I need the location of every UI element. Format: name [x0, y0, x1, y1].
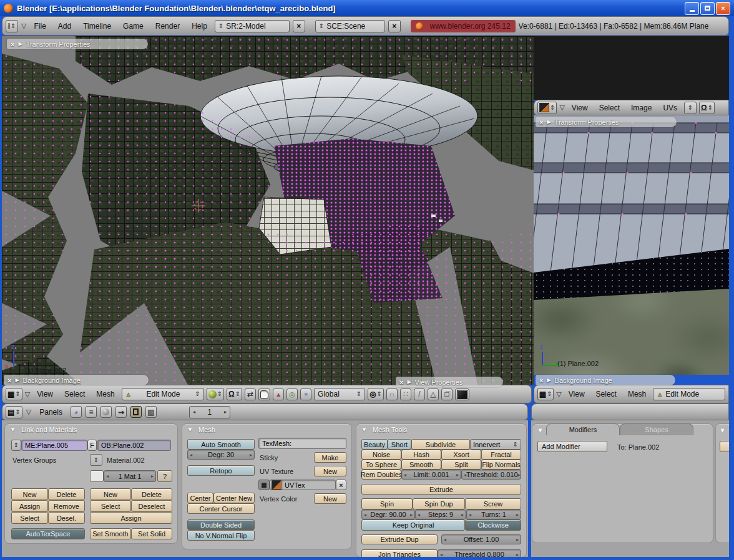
- proportional-edit-button[interactable]: ⇄: [245, 389, 256, 400]
- arrow-left-icon[interactable]: ◂: [404, 472, 406, 478]
- arrow-left-icon[interactable]: ◂: [364, 512, 366, 518]
- view-properties-panel-tab[interactable]: × ▶ View Properties: [396, 377, 503, 387]
- draw-mode-selector[interactable]: ⇕: [207, 388, 224, 400]
- expand-icon[interactable]: ▶: [547, 377, 550, 383]
- clockwise-toggle[interactable]: Clockwise: [465, 519, 521, 531]
- to-sphere-button[interactable]: To Sphere: [361, 460, 401, 470]
- view3d-menu-view[interactable]: View: [564, 390, 589, 398]
- spin-dup-button[interactable]: Spin Dup: [413, 498, 465, 509]
- close-icon[interactable]: ×: [539, 118, 543, 126]
- sticky-make-button[interactable]: Make: [314, 452, 346, 463]
- editor-type-button[interactable]: ▦ ⇕: [6, 388, 22, 400]
- arrow-right-icon[interactable]: ▸: [250, 452, 252, 458]
- close-icon[interactable]: ×: [7, 377, 11, 384]
- render-preview-button[interactable]: [455, 389, 469, 400]
- collapse-menu-icon[interactable]: ▽: [25, 390, 30, 398]
- beauty-toggle[interactable]: Beauty: [361, 439, 388, 450]
- screw-button[interactable]: Screw: [465, 498, 521, 509]
- editor-type-button[interactable]: ▦ ⇕: [537, 388, 554, 400]
- hash-button[interactable]: Hash: [401, 450, 441, 460]
- mesh-datablock-field[interactable]: ME:Plane.005: [21, 440, 87, 451]
- arrow-right-icon[interactable]: ▸: [516, 512, 519, 518]
- xsort-button[interactable]: Xsort: [441, 450, 481, 460]
- tab-modifiers[interactable]: Modifiers: [546, 423, 620, 435]
- spin-degrees-field[interactable]: ◂ Degr: 90.00 ▸: [361, 509, 415, 519]
- spin-steps-field[interactable]: ◂ Steps: 9 ▸: [415, 509, 466, 519]
- panel-title[interactable]: Mesh: [198, 426, 215, 433]
- uv-menu-view[interactable]: View: [567, 104, 592, 112]
- image-browse-button[interactable]: ⇕: [537, 102, 557, 114]
- split-button[interactable]: Split: [441, 460, 481, 470]
- texmesh-field[interactable]: TexMesh:: [258, 438, 346, 449]
- material-browse-button[interactable]: ⇕: [90, 454, 102, 466]
- arrow-left-icon[interactable]: ◂: [418, 512, 420, 518]
- short-toggle[interactable]: Short: [388, 439, 411, 450]
- material-deselect-button[interactable]: Deselect: [131, 500, 172, 512]
- close-icon[interactable]: ×: [11, 41, 14, 48]
- extrude-button[interactable]: Extrude: [361, 484, 521, 495]
- uvtex-delete-button[interactable]: ×: [336, 480, 346, 490]
- version-badge[interactable]: www.blender.org 245.12: [411, 20, 516, 32]
- scene-selector[interactable]: ⇕ SCE:Scene: [315, 20, 385, 32]
- collapse-menu-icon[interactable]: ▽: [556, 390, 561, 398]
- screen-selector[interactable]: ⇕ SR:2-Model: [215, 20, 290, 32]
- window-titlebar[interactable]: Blender [E:\applications\Blender Foundat…: [0, 0, 734, 16]
- close-button[interactable]: ×: [716, 2, 730, 15]
- arrow-right-icon[interactable]: ▸: [224, 409, 227, 415]
- scene-delete-button[interactable]: ×: [388, 20, 401, 32]
- vgroup-select-button[interactable]: Select: [11, 512, 48, 524]
- logic-buttons-button[interactable]: ◕: [71, 406, 82, 418]
- vgroup-delete-button[interactable]: Delete: [48, 488, 85, 500]
- panel-collapse-icon[interactable]: ▼: [10, 427, 16, 433]
- script-buttons-button[interactable]: ≡: [86, 406, 97, 418]
- partial-button[interactable]: [720, 441, 729, 452]
- view3d-menu-select[interactable]: Select: [60, 390, 89, 398]
- rotation-pivot-selector[interactable]: Ω ⇕: [227, 388, 242, 400]
- material-delete-button[interactable]: Delete: [131, 488, 172, 500]
- double-sided-toggle[interactable]: Double Sided: [187, 519, 255, 530]
- collapse-menu-icon[interactable]: ▽: [559, 104, 564, 112]
- uv-sync-selector[interactable]: ⇕: [684, 102, 697, 114]
- set-solid-button[interactable]: Set Solid: [131, 528, 172, 539]
- auto-smooth-toggle[interactable]: Auto Smooth: [187, 439, 255, 450]
- arrow-left-icon[interactable]: ◂: [440, 552, 443, 558]
- view3d-menu-select[interactable]: Select: [592, 390, 621, 398]
- expand-icon[interactable]: ▶: [547, 119, 550, 125]
- material-select-button[interactable]: Select: [90, 500, 131, 512]
- uv-editor-image-area[interactable]: [534, 36, 729, 100]
- uv-menu-uvs[interactable]: UVs: [658, 104, 682, 112]
- expand-icon[interactable]: ▶: [18, 41, 22, 47]
- arrow-right-icon[interactable]: ▸: [151, 473, 154, 479]
- buttons-page-counter[interactable]: ◂ 1 ▸: [189, 406, 230, 418]
- arrow-right-icon[interactable]: ▸: [461, 512, 464, 518]
- object-name-field[interactable]: OB:Plane.002: [97, 440, 171, 451]
- fake-user-button[interactable]: F: [87, 440, 97, 451]
- close-icon[interactable]: ×: [539, 377, 543, 384]
- close-icon[interactable]: ×: [399, 379, 403, 386]
- panel-title[interactable]: Mesh Tools: [373, 426, 407, 433]
- join-threshold-field[interactable]: ◂ Threshold 0.800 ▸: [438, 549, 521, 557]
- panel-collapse-icon[interactable]: ▼: [187, 427, 193, 433]
- uv-menu-select[interactable]: Select: [595, 104, 624, 112]
- arrow-left-icon[interactable]: ◂: [106, 473, 109, 479]
- uv-grid-icon[interactable]: ▦: [258, 480, 270, 490]
- extrude-dup-button[interactable]: Extrude Dup: [361, 534, 438, 544]
- uv-editor-canvas[interactable]: z y (1) Plane.002: [534, 115, 729, 375]
- editing-buttons-button[interactable]: [130, 406, 142, 418]
- subdivide-button[interactable]: Subdivide: [411, 439, 470, 450]
- panel-collapse-icon[interactable]: ▼: [361, 427, 367, 433]
- scene-buttons-button[interactable]: ▨: [145, 406, 157, 418]
- menu-add[interactable]: Add: [54, 22, 76, 31]
- snap-button[interactable]: ∩: [386, 389, 398, 400]
- menu-render[interactable]: Render: [151, 22, 184, 31]
- material-assign-button[interactable]: Assign: [90, 512, 172, 524]
- background-image-panel-tab[interactable]: × ▶ Background Image: [4, 375, 149, 385]
- object-buttons-button[interactable]: ⇝: [115, 406, 127, 418]
- view3d-menu-mesh[interactable]: Mesh: [92, 390, 119, 398]
- join-triangles-button[interactable]: Join Triangles: [361, 549, 438, 557]
- smooth-button[interactable]: Smooth: [401, 460, 441, 470]
- collapse-menu-icon[interactable]: ▽: [26, 408, 31, 416]
- threshold-field[interactable]: ◂ Threshold: 0.010 ▸: [461, 470, 521, 480]
- set-smooth-button[interactable]: Set Smooth: [90, 528, 131, 539]
- offset-field[interactable]: ◂ Offset: 1.00 ▸: [441, 534, 521, 544]
